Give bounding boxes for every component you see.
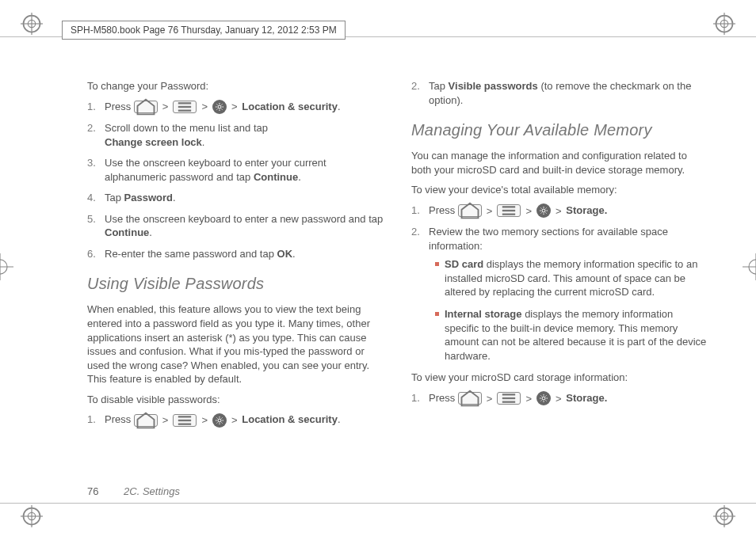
step-text: Scroll down to the menu list and tap (105, 122, 268, 134)
settings-gear-icon (212, 413, 227, 428)
home-key-icon (134, 414, 158, 427)
crop-cross-icon (0, 253, 13, 280)
step-item: Tap Visible passwords (to remove the che… (411, 79, 708, 107)
step-text: Re-enter the same password and tap (105, 248, 277, 260)
button-label: Continue (254, 171, 298, 183)
svg-point-37 (542, 397, 545, 400)
chevron-right-icon: > (200, 413, 209, 428)
heading-managing-memory: Managing Your Available Memory (411, 120, 708, 141)
period: . (338, 413, 341, 425)
menu-label: Location & security (242, 413, 338, 425)
button-label: OK (277, 248, 293, 260)
step-item: Use the onscreen keyboard to enter your … (87, 156, 384, 184)
button-label: Continue (105, 226, 149, 238)
intro-change-password: To change your Password: (87, 79, 384, 93)
period: . (292, 248, 296, 260)
steps-view-memory: Press > > > Storage. Review the two memo… (411, 203, 708, 363)
nav-sequence: > > > (458, 391, 563, 405)
svg-point-29 (218, 419, 221, 422)
menu-key-icon (173, 101, 197, 113)
home-key-icon (134, 101, 158, 113)
nav-sequence: > > > (134, 100, 239, 114)
registration-mark-icon (713, 505, 735, 527)
step-text: Tap (105, 192, 124, 203)
chevron-right-icon: > (230, 100, 239, 114)
period: . (298, 171, 301, 183)
period: . (202, 136, 205, 148)
page-number: 76 (87, 485, 98, 497)
step-item: Press > > > Location & security. (87, 413, 384, 428)
intro-disable-visible: To disable visible passwords: (87, 393, 384, 407)
step-text: Press (105, 413, 134, 425)
steps-change-password: Press > > > Location & security. Scroll … (87, 100, 384, 261)
heading-visible-passwords: Using Visible Passwords (87, 273, 384, 295)
registration-mark-icon (21, 505, 43, 527)
chevron-right-icon: > (161, 413, 170, 428)
chevron-right-icon: > (524, 392, 533, 406)
svg-point-25 (218, 105, 221, 108)
step-text: Tap (429, 80, 449, 92)
list-item: SD card displays the memory information … (435, 257, 708, 299)
nav-sequence: > > > (134, 413, 239, 428)
step-text: Review the two memory sections for avail… (429, 226, 668, 252)
step-text: Press (429, 204, 458, 216)
settings-gear-icon (536, 203, 551, 218)
settings-gear-icon (536, 391, 551, 405)
step-item: Scroll down to the menu list and tap Cha… (87, 121, 384, 149)
step-text: Press (429, 392, 458, 404)
period: . (149, 226, 152, 238)
registration-mark-icon (21, 13, 43, 35)
period: . (338, 101, 341, 112)
menu-key-icon (173, 414, 197, 427)
section-title: 2C. Settings (124, 485, 180, 497)
home-key-icon (458, 392, 482, 405)
crop-cross-icon (743, 253, 756, 280)
steps-view-sd: Press > > > Storage. (411, 391, 708, 406)
chevron-right-icon: > (485, 204, 494, 219)
step-item: Press > > > Location & security. (87, 100, 384, 115)
step-item: Press > > > Storage. (411, 203, 708, 219)
section-label: SD card (445, 258, 483, 270)
period: . (173, 192, 176, 203)
chevron-right-icon: > (161, 100, 170, 114)
page-footer: 76 2C. Settings (87, 485, 180, 497)
menu-label: Location & security (242, 101, 338, 112)
chevron-right-icon: > (200, 100, 209, 114)
body-visible-passwords: When enabled, this feature allows you to… (87, 302, 384, 386)
step-text: Press (105, 101, 134, 112)
registration-mark-icon (713, 13, 735, 35)
column-left: To change your Password: Press > > > Loc… (87, 79, 384, 477)
svg-point-33 (542, 209, 545, 212)
chevron-right-icon: > (554, 392, 563, 406)
header-page-info: SPH-M580.book Page 76 Thursday, January … (62, 21, 346, 40)
nav-sequence: > > > (458, 203, 563, 218)
chevron-right-icon: > (485, 392, 494, 406)
menu-label: Visible passwords (449, 80, 538, 92)
memory-sections-list: SD card displays the memory information … (435, 257, 708, 363)
step-item: Tap Password. (87, 191, 384, 205)
step-item: Review the two memory sections for avail… (411, 225, 708, 363)
step-item: Press > > > Storage. (411, 391, 708, 406)
chevron-right-icon: > (230, 413, 239, 428)
chevron-right-icon: > (554, 204, 563, 219)
intro-view-sd-storage: To view your microSD card storage inform… (411, 371, 708, 385)
settings-gear-icon (212, 100, 227, 114)
section-label: Internal storage (445, 308, 522, 320)
column-right: Tap Visible passwords (to remove the che… (411, 79, 708, 477)
step-text: Use the onscreen keyboard to enter a new… (105, 213, 383, 225)
list-item: Internal storage displays the memory inf… (435, 307, 708, 363)
menu-key-icon (497, 204, 521, 217)
chevron-right-icon: > (524, 204, 533, 219)
menu-label: Change screen lock (105, 136, 202, 148)
menu-key-icon (497, 392, 521, 405)
menu-label: Storage. (566, 392, 607, 404)
menu-label: Storage. (566, 204, 607, 216)
step-item: Re-enter the same password and tap OK. (87, 247, 384, 261)
menu-label: Password (124, 192, 173, 203)
page-content: To change your Password: Press > > > Loc… (87, 79, 708, 477)
home-key-icon (458, 204, 482, 217)
step-item: Use the onscreen keyboard to enter a new… (87, 212, 384, 240)
steps-disable-visible: Press > > > Location & security. (87, 413, 384, 428)
body-managing-memory: You can manage the information and confi… (411, 149, 708, 177)
steps-disable-visible-cont: Tap Visible passwords (to remove the che… (411, 79, 708, 107)
